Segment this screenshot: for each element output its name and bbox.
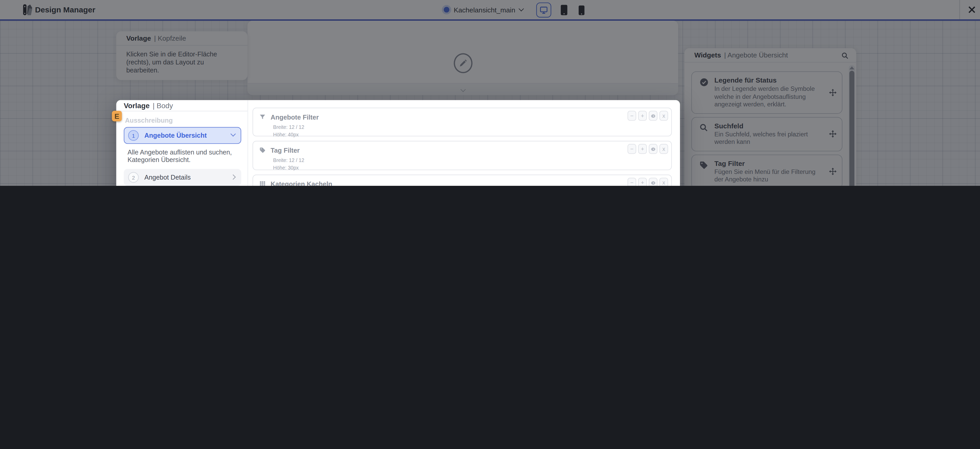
remove-button[interactable]: x bbox=[659, 178, 668, 186]
block-angebote-filter[interactable]: Angebote Filter Breite: 12 / 12 Höhe: 40… bbox=[253, 108, 672, 136]
template-body-modal: Vorlage | Body Ausschreibung 1 Angebote … bbox=[116, 100, 680, 186]
grow-button[interactable]: + bbox=[638, 111, 647, 121]
block-controls: − + x bbox=[627, 111, 668, 121]
template-prefix: Vorlage bbox=[124, 102, 150, 109]
block-title: Kategorien Kacheln bbox=[270, 180, 332, 186]
shrink-button[interactable]: − bbox=[627, 178, 636, 186]
block-kategorien-kacheln[interactable]: Kategorien Kacheln Breite: 12 / 12 Höhe:… bbox=[253, 175, 672, 186]
shrink-button[interactable]: − bbox=[627, 111, 636, 121]
grow-button[interactable]: + bbox=[638, 178, 647, 186]
remove-button[interactable]: x bbox=[659, 111, 668, 121]
settings-button[interactable] bbox=[649, 178, 658, 186]
gear-icon bbox=[651, 146, 656, 152]
block-height: Höhe: 40px bbox=[273, 132, 665, 138]
sidebar-item-angebot-details[interactable]: 2 Angebot Details bbox=[124, 169, 242, 186]
block-title: Angebote Filter bbox=[270, 113, 319, 121]
shrink-button[interactable]: − bbox=[627, 144, 636, 154]
chevron-down-icon bbox=[231, 131, 236, 136]
gear-icon bbox=[651, 180, 656, 185]
sidebar-item-label: Angebote Übersicht bbox=[144, 131, 207, 139]
settings-button[interactable] bbox=[649, 111, 658, 121]
chevron-right-icon bbox=[231, 174, 236, 180]
block-tag-filter[interactable]: Tag Filter Breite: 12 / 12 Höhe: 30px − … bbox=[253, 141, 672, 170]
gear-icon bbox=[651, 113, 656, 118]
sidebar-item-description: Alle Angebote auflisten und suchen, Kate… bbox=[127, 148, 240, 163]
grow-button[interactable]: + bbox=[638, 144, 647, 154]
edit-badge[interactable]: E bbox=[112, 111, 122, 121]
remove-button[interactable]: x bbox=[659, 144, 668, 154]
filter-icon bbox=[259, 114, 266, 120]
step-number: 1 bbox=[128, 130, 139, 141]
settings-button[interactable] bbox=[649, 144, 658, 154]
layout-editor: Angebote Filter Breite: 12 / 12 Höhe: 40… bbox=[253, 108, 672, 186]
block-controls: − + x bbox=[627, 178, 668, 186]
template-name: | Body bbox=[153, 102, 173, 109]
design-manager-app: Hier klicken, um den Editor zu öffnen un… bbox=[0, 0, 980, 186]
block-title: Tag Filter bbox=[270, 147, 300, 154]
sidebar-item-label: Angebot Details bbox=[144, 173, 191, 181]
block-width: Breite: 12 / 12 bbox=[273, 125, 665, 130]
step-number: 2 bbox=[128, 172, 139, 183]
block-height: Höhe: 30px bbox=[273, 165, 665, 171]
tag-icon bbox=[259, 147, 266, 153]
block-width: Breite: 12 / 12 bbox=[273, 158, 665, 163]
sidebar-item-angebote-uebersicht[interactable]: 1 Angebote Übersicht bbox=[124, 127, 242, 144]
page-sidebar: Ausschreibung 1 Angebote Übersicht Alle … bbox=[124, 117, 242, 186]
block-controls: − + x bbox=[627, 144, 668, 154]
section-label-ausschreibung: Ausschreibung bbox=[125, 117, 242, 124]
grid-icon bbox=[259, 181, 266, 186]
sidebar-divider bbox=[247, 100, 248, 186]
body-panel-title: Vorlage | Body bbox=[116, 100, 248, 112]
